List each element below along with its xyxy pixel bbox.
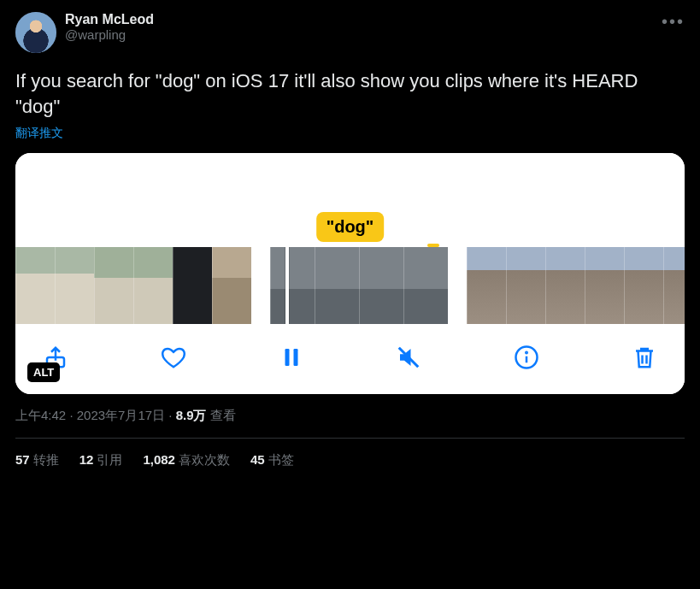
meta-views-label: 查看 (210, 408, 236, 422)
clip-group-3 (467, 247, 685, 324)
stat-likes[interactable]: 1,082喜欢次数 (143, 452, 230, 468)
more-options-button[interactable]: ••• (662, 12, 685, 32)
video-scrubber[interactable] (15, 247, 685, 324)
trash-icon[interactable] (630, 343, 659, 372)
svg-rect-2 (293, 349, 297, 366)
meta-time[interactable]: 上午4:42 (15, 408, 66, 422)
clip-thumbnail (212, 247, 251, 324)
mute-icon[interactable] (394, 343, 423, 372)
heart-icon[interactable] (159, 343, 188, 372)
caption-pill: "dog" (316, 212, 385, 242)
media-card[interactable]: "dog" (15, 153, 685, 394)
tweet-container: Ryan McLeod @warpling ••• If you search … (0, 0, 700, 480)
svg-point-6 (526, 352, 527, 354)
stat-quotes[interactable]: 12引用 (79, 452, 123, 468)
clip-thumbnail (403, 247, 448, 324)
tweet-stats: 57转推 12引用 1,082喜欢次数 45书签 (15, 452, 685, 468)
media-toolbar (15, 324, 685, 394)
clip-thumbnail (315, 247, 359, 324)
clip-thumbnail (624, 247, 663, 324)
stat-bookmarks[interactable]: 45书签 (250, 452, 294, 468)
playhead-indicator[interactable] (285, 247, 289, 324)
clip-thumbnail (55, 247, 94, 324)
clip-group-1 (15, 247, 251, 324)
stat-retweets[interactable]: 57转推 (15, 452, 59, 468)
clip-group-2 (270, 247, 448, 324)
clip-thumbnail (585, 247, 624, 324)
clip-thumbnail (133, 247, 173, 324)
translate-link[interactable]: 翻译推文 (15, 126, 685, 141)
alt-badge[interactable]: ALT (27, 362, 60, 382)
tweet-meta: 上午4:42 · 2023年7月17日 · 8.9万 查看 (15, 408, 685, 424)
avatar[interactable] (15, 12, 56, 53)
pause-icon[interactable] (277, 343, 306, 372)
info-icon[interactable] (512, 343, 541, 372)
meta-date[interactable]: 2023年7月17日 (77, 408, 165, 422)
svg-rect-1 (285, 349, 289, 366)
media-header-area: "dog" (15, 153, 685, 247)
clip-thumbnail (94, 247, 133, 324)
meta-views-count: 8.9万 (176, 408, 207, 422)
author-display-name: Ryan McLeod (65, 12, 154, 27)
clip-thumbnail (270, 247, 315, 324)
clip-thumbnail (467, 247, 506, 324)
author-block[interactable]: Ryan McLeod @warpling (65, 12, 154, 42)
clip-thumbnail (506, 247, 545, 324)
clip-thumbnail (359, 247, 403, 324)
tweet-header: Ryan McLeod @warpling (15, 12, 685, 53)
clip-thumbnail (545, 247, 585, 324)
divider (15, 438, 685, 439)
author-handle: @warpling (65, 27, 154, 42)
tweet-text: If you search for "dog" on iOS 17 it'll … (15, 68, 685, 119)
clip-thumbnail (663, 247, 685, 324)
clip-thumbnail (15, 247, 55, 324)
clip-thumbnail (173, 247, 212, 324)
